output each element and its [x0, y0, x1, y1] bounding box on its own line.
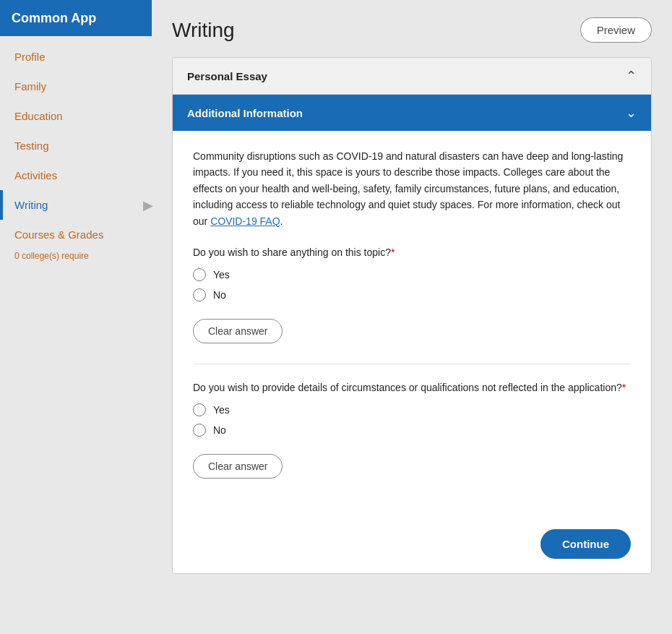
additional-info-title: Additional Information — [187, 107, 303, 119]
question1-no-label: No — [213, 289, 226, 301]
preview-button[interactable]: Preview — [580, 17, 652, 43]
question2-yes-radio[interactable] — [193, 403, 206, 416]
question1-yes-label: Yes — [213, 269, 230, 280]
sidebar-item-activities[interactable]: Activities — [0, 160, 152, 190]
question1-no-option[interactable]: No — [193, 288, 631, 301]
page-header: Writing Preview — [172, 17, 652, 43]
question2-block: Do you wish to provide details of circum… — [193, 382, 631, 479]
question2-label: Do you wish to provide details of circum… — [193, 382, 631, 393]
question2-clear-button[interactable]: Clear answer — [193, 454, 283, 479]
description-text: Community disruptions such as COVID-19 a… — [193, 148, 631, 229]
sidebar-item-education[interactable]: Education — [0, 101, 152, 131]
question2-required-star: * — [622, 382, 626, 393]
question2-yes-label: Yes — [213, 404, 230, 416]
main-content: Writing Preview Personal Essay ⌃ Additio… — [152, 0, 672, 634]
sidebar-item-courses-grades[interactable]: Courses & Grades — [0, 220, 152, 249]
sidebar-nav: Profile Family Education Testing Activit… — [0, 36, 152, 267]
writing-card: Personal Essay ⌃ Additional Information … — [172, 57, 652, 574]
question2-yes-option[interactable]: Yes — [193, 403, 631, 416]
question2-no-label: No — [213, 424, 226, 436]
question1-required-star: * — [391, 247, 395, 258]
question1-yes-radio[interactable] — [193, 268, 206, 281]
question1-block: Do you wish to share anything on this to… — [193, 247, 631, 343]
question2-no-option[interactable]: No — [193, 424, 631, 437]
question1-no-radio[interactable] — [193, 288, 206, 301]
question1-clear-button[interactable]: Clear answer — [193, 319, 283, 343]
covid-faq-link[interactable]: COVID-19 FAQ — [210, 215, 280, 227]
courses-sub-label: 0 college(s) require — [0, 249, 152, 267]
additional-info-content: Community disruptions such as COVID-19 a… — [173, 131, 651, 519]
question1-label: Do you wish to share anything on this to… — [193, 247, 631, 258]
sidebar-item-family[interactable]: Family — [0, 72, 152, 101]
app-logo: Common App — [0, 0, 152, 36]
sidebar-item-testing[interactable]: Testing — [0, 131, 152, 160]
sidebar: Common App Profile Family Education Test… — [0, 0, 152, 634]
continue-button[interactable]: Continue — [540, 529, 631, 559]
additional-info-chevron-down-icon: ⌄ — [626, 105, 637, 121]
sidebar-item-profile[interactable]: Profile — [0, 42, 152, 72]
question1-yes-option[interactable]: Yes — [193, 268, 631, 281]
page-title: Writing — [172, 19, 235, 42]
app-name: Common App — [12, 11, 96, 26]
question2-no-radio[interactable] — [193, 424, 206, 437]
personal-essay-title: Personal Essay — [187, 70, 267, 82]
additional-info-header[interactable]: Additional Information ⌄ — [173, 95, 651, 131]
continue-row: Continue — [173, 519, 651, 573]
sidebar-item-writing[interactable]: Writing — [0, 190, 152, 220]
questions-divider — [193, 364, 631, 364]
personal-essay-chevron-up-icon: ⌃ — [626, 68, 637, 84]
personal-essay-header[interactable]: Personal Essay ⌃ — [173, 58, 651, 95]
